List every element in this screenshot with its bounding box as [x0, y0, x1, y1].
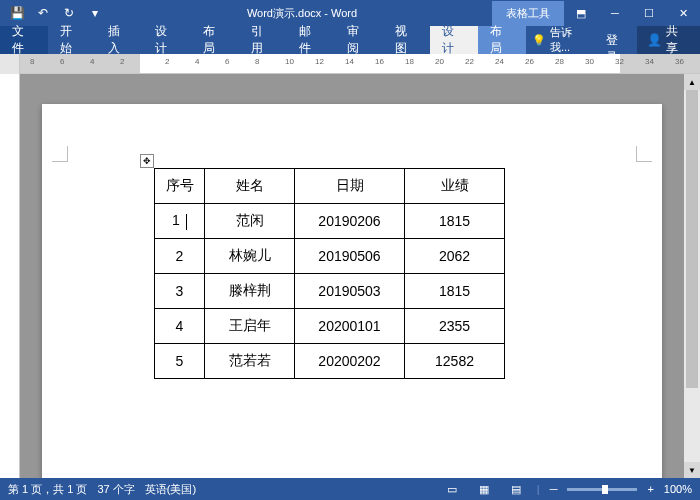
document-scroll[interactable]: ✥ 序号 姓名 日期 业绩 1 范闲 20190206 1815 2 林婉儿 — [20, 74, 684, 478]
table-cell[interactable]: 1815 — [405, 274, 505, 309]
qat-more-button[interactable]: ▾ — [84, 2, 106, 24]
ruler-mark: 14 — [345, 57, 354, 66]
zoom-out-button[interactable]: ─ — [550, 483, 558, 495]
table-cell[interactable]: 1815 — [405, 204, 505, 239]
tab-view[interactable]: 视图 — [383, 26, 431, 54]
ruler-mark: 4 — [90, 57, 94, 66]
table-cell[interactable]: 20190506 — [295, 239, 405, 274]
ruler-mark: 20 — [435, 57, 444, 66]
ruler-mark: 16 — [375, 57, 384, 66]
table-move-handle[interactable]: ✥ — [140, 154, 154, 168]
table-row[interactable]: 3 滕梓荆 20190503 1815 — [155, 274, 505, 309]
page[interactable]: ✥ 序号 姓名 日期 业绩 1 范闲 20190206 1815 2 林婉儿 — [42, 104, 662, 478]
cell-text: 1 — [172, 212, 180, 228]
tab-insert[interactable]: 插入 — [96, 26, 144, 54]
table-cell[interactable]: 范闲 — [205, 204, 295, 239]
table-cell[interactable]: 20190206 — [295, 204, 405, 239]
tell-me-label: 告诉我... — [550, 25, 592, 55]
ruler-mark: 32 — [615, 57, 624, 66]
maximize-button[interactable]: ☐ — [632, 0, 666, 26]
quick-access-toolbar: 💾 ↶ ↻ ▾ — [0, 2, 112, 24]
table-cell[interactable]: 5 — [155, 344, 205, 379]
scroll-up-button[interactable]: ▲ — [684, 74, 700, 90]
ruler-mark: 10 — [285, 57, 294, 66]
table-cell[interactable]: 20200202 — [295, 344, 405, 379]
ruler-corner — [0, 54, 20, 74]
table-cell[interactable]: 3 — [155, 274, 205, 309]
ruler-mark: 2 — [165, 57, 169, 66]
share-button[interactable]: 👤 共享 — [637, 26, 700, 54]
table-row[interactable]: 5 范若若 20200202 12582 — [155, 344, 505, 379]
tab-review[interactable]: 审阅 — [335, 26, 383, 54]
table-cell[interactable]: 20200101 — [295, 309, 405, 344]
table-cell[interactable]: 1 — [155, 204, 205, 239]
ruler-mark: 12 — [315, 57, 324, 66]
tab-layout[interactable]: 布局 — [191, 26, 239, 54]
data-table[interactable]: 序号 姓名 日期 业绩 1 范闲 20190206 1815 2 林婉儿 201… — [154, 168, 505, 379]
scroll-track[interactable] — [684, 90, 700, 462]
tab-mail[interactable]: 邮件 — [287, 26, 335, 54]
zoom-in-button[interactable]: + — [647, 483, 653, 495]
ruler-mark: 8 — [255, 57, 259, 66]
table-cell[interactable]: 12582 — [405, 344, 505, 379]
signin-button[interactable]: 登录 — [598, 26, 638, 54]
col-header-name[interactable]: 姓名 — [205, 169, 295, 204]
divider: | — [537, 483, 540, 495]
ruler-mark: 34 — [645, 57, 654, 66]
view-web-layout[interactable]: ▤ — [505, 481, 527, 497]
horizontal-ruler[interactable]: 8 6 4 2 2 4 6 8 10 12 14 16 18 20 22 24 … — [20, 54, 700, 74]
cell-text: 12582 — [435, 353, 474, 369]
table-cell[interactable]: 2355 — [405, 309, 505, 344]
tab-references[interactable]: 引用 — [239, 26, 287, 54]
vertical-scrollbar[interactable]: ▲ ▼ — [684, 74, 700, 478]
undo-button[interactable]: ↶ — [32, 2, 54, 24]
table-cell[interactable]: 范若若 — [205, 344, 295, 379]
ruler-mark: 28 — [555, 57, 564, 66]
view-print-layout[interactable]: ▦ — [473, 481, 495, 497]
table-cell[interactable]: 林婉儿 — [205, 239, 295, 274]
zoom-level[interactable]: 100% — [664, 483, 692, 495]
share-icon: 👤 — [647, 33, 662, 47]
col-header-seq[interactable]: 序号 — [155, 169, 205, 204]
view-read-mode[interactable]: ▭ — [441, 481, 463, 497]
vertical-ruler[interactable] — [0, 74, 20, 478]
zoom-slider[interactable] — [567, 488, 637, 491]
save-button[interactable]: 💾 — [6, 2, 28, 24]
contextual-tools-label: 表格工具 — [492, 1, 564, 26]
zoom-thumb[interactable] — [602, 485, 608, 494]
status-page[interactable]: 第 1 页，共 1 页 — [8, 482, 87, 497]
table-row[interactable]: 1 范闲 20190206 1815 — [155, 204, 505, 239]
table-row[interactable]: 4 王启年 20200101 2355 — [155, 309, 505, 344]
ruler-mark: 30 — [585, 57, 594, 66]
table-cell[interactable]: 4 — [155, 309, 205, 344]
scroll-down-button[interactable]: ▼ — [684, 462, 700, 478]
tab-file[interactable]: 文件 — [0, 26, 48, 54]
table-cell[interactable]: 滕梓荆 — [205, 274, 295, 309]
status-words[interactable]: 37 个字 — [97, 482, 134, 497]
table-cell[interactable]: 20190503 — [295, 274, 405, 309]
ruler-mark: 8 — [30, 57, 34, 66]
col-header-score[interactable]: 业绩 — [405, 169, 505, 204]
ruler-margin-right — [620, 54, 700, 73]
ribbon-tabs: 文件 开始 插入 设计 布局 引用 邮件 审阅 视图 设计 布局 💡 告诉我..… — [0, 26, 700, 54]
table-row[interactable]: 2 林婉儿 20190506 2062 — [155, 239, 505, 274]
status-lang[interactable]: 英语(美国) — [145, 482, 196, 497]
table-cell[interactable]: 2 — [155, 239, 205, 274]
minimize-button[interactable]: ─ — [598, 0, 632, 26]
tab-design[interactable]: 设计 — [143, 26, 191, 54]
table-header-row[interactable]: 序号 姓名 日期 业绩 — [155, 169, 505, 204]
scroll-thumb[interactable] — [686, 90, 698, 388]
ruler-mark: 6 — [60, 57, 64, 66]
tab-home[interactable]: 开始 — [48, 26, 96, 54]
ribbon-display-button[interactable]: ⬒ — [564, 0, 598, 26]
redo-button[interactable]: ↻ — [58, 2, 80, 24]
tab-table-design[interactable]: 设计 — [430, 26, 478, 54]
document-area: ✥ 序号 姓名 日期 业绩 1 范闲 20190206 1815 2 林婉儿 — [0, 74, 700, 478]
crop-mark-tl — [52, 146, 68, 162]
table-cell[interactable]: 王启年 — [205, 309, 295, 344]
table-cell[interactable]: 2062 — [405, 239, 505, 274]
ruler-mark: 24 — [495, 57, 504, 66]
col-header-date[interactable]: 日期 — [295, 169, 405, 204]
tell-me-search[interactable]: 💡 告诉我... — [526, 26, 598, 54]
tab-table-layout[interactable]: 布局 — [478, 26, 526, 54]
